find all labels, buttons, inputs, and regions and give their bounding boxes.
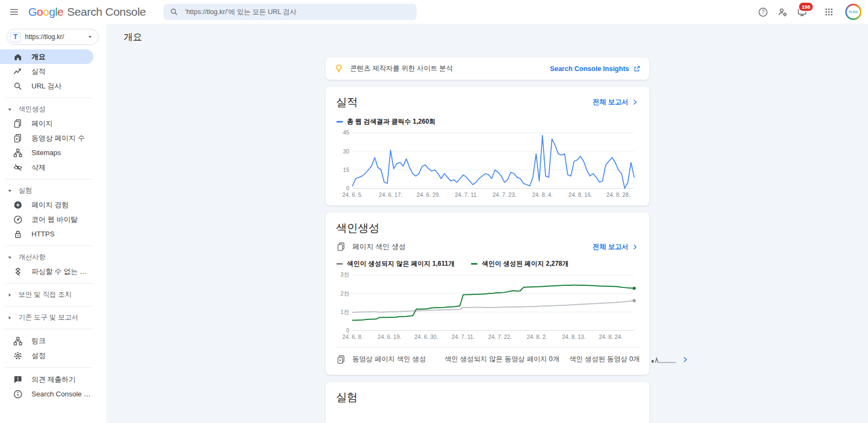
legend-dash — [336, 263, 343, 265]
announcements-button[interactable]: 198 — [792, 2, 812, 22]
legend-label: 총 웹 검색결과 클릭수 1,260회 — [347, 117, 436, 126]
sidebar-divider — [5, 179, 92, 180]
experience-card-title: 실험 — [336, 390, 358, 405]
url-inspection-searchbar[interactable] — [163, 4, 417, 20]
svg-text:24. 6. 8.: 24. 6. 8. — [342, 335, 362, 341]
sidebar-item-removals[interactable]: 삭제 — [0, 160, 93, 175]
sidebar-item-performance[interactable]: 실적 — [0, 64, 93, 79]
svg-text:24. 7. 11.: 24. 7. 11. — [455, 192, 478, 198]
svg-text:0: 0 — [346, 185, 349, 191]
feedback-icon — [13, 375, 23, 384]
legend-item: 색인이 생성된 페이지 2,278개 — [471, 259, 569, 268]
svg-text:24. 6. 29.: 24. 6. 29. — [417, 192, 441, 198]
sidebar-item-overview[interactable]: 개요 — [0, 49, 93, 64]
property-selector[interactable]: T https://tlog.kr/ — [7, 29, 99, 45]
gauge-icon — [13, 215, 23, 225]
performance-chart[interactable]: 015304524. 6. 5.24. 6. 17.24. 6. 29.24. … — [336, 129, 639, 200]
sidebar-section-security-actions[interactable]: 보안 및 직접 조치 — [0, 288, 106, 302]
legend-dash — [336, 121, 343, 123]
svg-text:24. 8. 28.: 24. 8. 28. — [607, 192, 630, 198]
sidebar-section-experience[interactable]: 실험 — [0, 184, 106, 197]
legend-dash — [471, 263, 477, 265]
performance-legend: 총 웹 검색결과 클릭수 1,260회 — [336, 117, 639, 126]
sidebar-divider — [5, 246, 92, 246]
google-logo: Google — [28, 5, 63, 18]
sidebar-item-core-web-vitals[interactable]: 코어 웹 바이탈 — [0, 212, 93, 227]
indexing-chart[interactable]: 01천2천3천24. 6. 8.24. 6. 19.24. 6. 30.24. … — [336, 271, 639, 342]
sidebar-item-about[interactable]: Search Console 정보 — [0, 387, 93, 401]
sidebar-item-label: 실적 — [31, 67, 46, 76]
chevron-right-icon — [631, 243, 639, 251]
search-input[interactable] — [184, 8, 410, 16]
sidebar-item-feedback[interactable]: 의견 제출하기 — [0, 372, 93, 387]
eye-off-icon — [13, 163, 23, 172]
indexing-legend: 색인이 생성되지 않은 페이지 1,611개색인이 생성된 페이지 2,278개 — [336, 259, 639, 268]
avatar-label: TLOG — [847, 5, 860, 18]
banner-text: 콘텐츠 제작자를 위한 사이트 분석 — [350, 64, 453, 73]
account-avatar[interactable]: TLOG — [845, 4, 861, 20]
svg-text:24. 6. 19.: 24. 6. 19. — [378, 335, 401, 341]
top-bar: Google Search Console ? 198 — [0, 0, 868, 24]
svg-text:3천: 3천 — [340, 272, 349, 278]
page-title: 개요 — [124, 31, 868, 43]
sidebar-item-label: 의견 제출하기 — [31, 375, 76, 384]
svg-text:2천: 2천 — [340, 291, 349, 297]
chevron-right-icon[interactable] — [681, 356, 689, 363]
sidebar: T https://tlog.kr/ 개요실적URL 검사색인생성페이지동영상 … — [0, 24, 106, 423]
sidebar-item-label: 동영상 페이지 수 — [31, 133, 85, 143]
performance-full-report-link[interactable]: 전체 보고서 — [593, 98, 639, 107]
menu-icon[interactable] — [3, 1, 25, 23]
sidebar-item-label: Sitemaps — [31, 149, 61, 157]
sidebar-divider — [5, 98, 92, 98]
insights-link[interactable]: Search Console Insights — [550, 65, 641, 73]
sidebar-item-url-inspection[interactable]: URL 검사 — [0, 79, 93, 93]
sidebar-item-settings[interactable]: 설정 — [0, 348, 93, 363]
video-pages-icon — [13, 133, 23, 143]
sidebar-item-label: 페이지 경험 — [31, 200, 69, 210]
experience-card: 실험 — [326, 382, 649, 423]
sidebar-section-legacy-tools[interactable]: 기존 도구 및 보고서 — [0, 311, 106, 324]
video-indexing-label: 동영상 페이지 색인 생성 — [353, 355, 426, 364]
video-indexed-stat: 색인 생성된 동영상 0개 — [570, 355, 651, 364]
svg-text:1천: 1천 — [340, 309, 349, 315]
apps-grid-button[interactable] — [819, 2, 839, 22]
help-icon: ? — [758, 7, 768, 17]
legend-label: 색인이 생성되지 않은 페이지 1,611개 — [347, 259, 455, 268]
svg-text:24. 8. 2.: 24. 8. 2. — [526, 335, 547, 341]
notification-badge: 198 — [798, 2, 814, 12]
sidebar-item-sitemaps[interactable]: Sitemaps — [0, 145, 93, 160]
sidebar-item-video-pages[interactable]: 동영상 페이지 수 — [0, 131, 93, 145]
sidebar-item-label: 파싱할 수 없는 구조화된 ... — [31, 267, 93, 277]
svg-text:24. 8. 16.: 24. 8. 16. — [569, 192, 592, 198]
svg-text:24. 8. 13.: 24. 8. 13. — [561, 335, 585, 341]
sidebar-item-pages[interactable]: 페이지 — [0, 116, 93, 131]
sidebar-section-indexing[interactable]: 색인생성 — [0, 102, 106, 116]
performance-card-title: 실적 — [336, 95, 358, 110]
property-initial-icon: T — [10, 32, 21, 42]
help-button[interactable]: ? — [753, 2, 773, 22]
sidebar-nav: 개요실적URL 검사색인생성페이지동영상 페이지 수Sitemaps삭제실험페이… — [0, 49, 106, 401]
property-url: https://tlog.kr/ — [25, 33, 64, 41]
sidebar-section-enhancements[interactable]: 개선사항 — [0, 251, 106, 264]
performance-card: 실적 전체 보고서 총 웹 검색결과 클릭수 1,260회 015304524.… — [326, 87, 649, 206]
links-icon — [13, 336, 23, 346]
video-indexing-row[interactable]: 동영상 페이지 색인 생성 색인 생성되지 않은 동영상 페이지 0개 색인 생… — [336, 347, 639, 369]
sidebar-item-label: HTTPS — [31, 230, 55, 238]
performance-icon — [13, 67, 23, 76]
video-not-indexed-stat: 색인 생성되지 않은 동영상 페이지 0개 — [445, 355, 570, 364]
sidebar-divider — [5, 283, 92, 284]
user-settings-button[interactable] — [773, 2, 792, 22]
indexing-card: 색인생성 페이지 색인 생성 전체 보고서 색인이 생성되지 않은 페이지 1,… — [326, 213, 649, 374]
google-search-console-logo: Google Search Console — [28, 5, 146, 18]
indexing-full-report-link[interactable]: 전체 보고서 — [593, 242, 639, 252]
sidebar-item-https[interactable]: HTTPS — [0, 227, 93, 241]
external-link-icon — [633, 65, 641, 73]
sidebar-item-page-experience[interactable]: 페이지 경험 — [0, 197, 93, 212]
svg-text:45: 45 — [343, 130, 349, 136]
legend-label: 색인이 생성된 페이지 2,278개 — [482, 259, 569, 268]
sidebar-item-unparsable-structured-data[interactable]: 파싱할 수 없는 구조화된 ... — [0, 264, 93, 279]
sidebar-item-links[interactable]: 링크 — [0, 334, 93, 348]
svg-text:24. 6. 5.: 24. 6. 5. — [342, 192, 362, 198]
caret-right-icon — [7, 315, 12, 321]
section-label: 실험 — [18, 186, 32, 195]
